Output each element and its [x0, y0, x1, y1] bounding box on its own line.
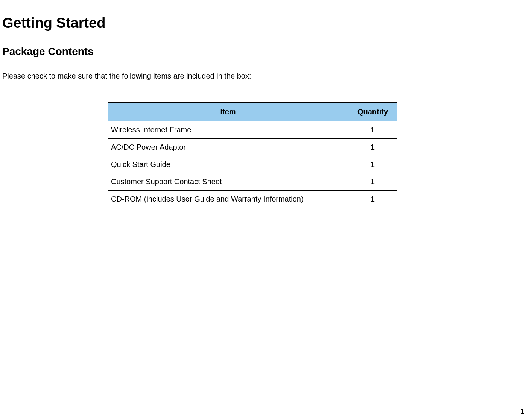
table-row: Wireless Internet Frame 1	[108, 121, 397, 139]
heading-2: Package Contents	[2, 45, 529, 58]
table-row: Quick Start Guide 1	[108, 156, 397, 173]
page-content: Getting Started Package Contents Please …	[0, 0, 529, 208]
item-cell: Quick Start Guide	[108, 156, 348, 173]
item-cell: Customer Support Contact Sheet	[108, 173, 348, 191]
page-footer: 1	[2, 403, 524, 406]
package-contents-table: Item Quantity Wireless Internet Frame 1 …	[108, 102, 397, 208]
quantity-cell: 1	[348, 191, 397, 208]
item-cell: CD-ROM (includes User Guide and Warranty…	[108, 191, 348, 208]
item-cell: Wireless Internet Frame	[108, 121, 348, 139]
table-header-quantity: Quantity	[348, 103, 397, 121]
table-header-item: Item	[108, 103, 348, 121]
quantity-cell: 1	[348, 121, 397, 139]
quantity-cell: 1	[348, 173, 397, 191]
quantity-cell: 1	[348, 156, 397, 173]
table-row: Customer Support Contact Sheet 1	[108, 173, 397, 191]
intro-paragraph: Please check to make sure that the follo…	[2, 72, 529, 80]
table-wrapper: Item Quantity Wireless Internet Frame 1 …	[2, 102, 529, 208]
item-cell: AC/DC Power Adaptor	[108, 139, 348, 156]
table-row: CD-ROM (includes User Guide and Warranty…	[108, 191, 397, 208]
table-row: AC/DC Power Adaptor 1	[108, 139, 397, 156]
heading-1: Getting Started	[2, 15, 529, 31]
table-header-row: Item Quantity	[108, 103, 397, 121]
page-number: 1	[520, 407, 524, 416]
quantity-cell: 1	[348, 139, 397, 156]
